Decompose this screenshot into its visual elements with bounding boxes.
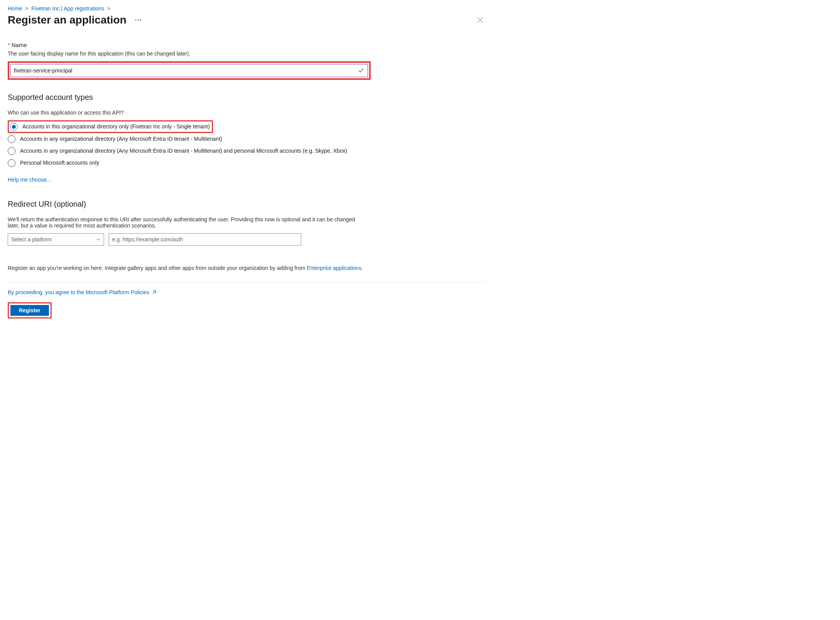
breadcrumb-home[interactable]: Home bbox=[8, 5, 22, 12]
register-button-highlight: Register bbox=[8, 302, 52, 318]
page-title: Register an application ··· bbox=[8, 14, 144, 26]
chevron-down-icon bbox=[96, 237, 101, 242]
info-text: Register an app you're working on here. … bbox=[8, 265, 307, 271]
radio-icon[interactable] bbox=[8, 159, 15, 167]
radio-label: Accounts in any organizational directory… bbox=[20, 147, 347, 155]
radio-multitenant-personal[interactable]: Accounts in any organizational directory… bbox=[8, 145, 486, 157]
platform-select-value: Select a platform bbox=[11, 236, 52, 243]
external-link-icon bbox=[151, 290, 157, 295]
info-text-after: . bbox=[361, 265, 363, 271]
radio-label: Personal Microsoft accounts only bbox=[20, 159, 99, 167]
chevron-right-icon: > bbox=[25, 5, 28, 12]
enterprise-apps-info: Register an app you're working on here. … bbox=[8, 265, 486, 271]
divider bbox=[8, 282, 486, 282]
breadcrumb-app-registrations[interactable]: Fivetran Inc | App registrations bbox=[32, 5, 104, 12]
radio-single-tenant[interactable]: Accounts in this organizational director… bbox=[8, 120, 213, 133]
account-types-subtext: Who can use this application or access t… bbox=[8, 110, 486, 116]
radio-multitenant[interactable]: Accounts in any organizational directory… bbox=[8, 133, 486, 145]
account-types-heading: Supported account types bbox=[8, 93, 486, 102]
name-input[interactable] bbox=[10, 64, 368, 77]
breadcrumb: Home > Fivetran Inc | App registrations … bbox=[8, 5, 486, 12]
redirect-subtext: We'll return the authentication response… bbox=[8, 216, 366, 229]
redirect-heading: Redirect URI (optional) bbox=[8, 200, 486, 209]
policies-link-text: By proceeding, you agree to the Microsof… bbox=[8, 289, 149, 295]
chevron-right-icon: > bbox=[107, 5, 110, 12]
name-label: Name bbox=[12, 42, 27, 48]
redirect-uri-input[interactable] bbox=[109, 233, 301, 246]
radio-label: Accounts in any organizational directory… bbox=[20, 135, 222, 143]
name-subtext: The user-facing display name for this ap… bbox=[8, 51, 486, 57]
close-icon[interactable] bbox=[475, 15, 486, 25]
name-input-highlight bbox=[8, 61, 371, 80]
platform-select[interactable]: Select a platform bbox=[8, 233, 104, 246]
check-icon bbox=[358, 67, 364, 74]
required-asterisk: * bbox=[8, 42, 10, 48]
enterprise-applications-link[interactable]: Enterprise applications bbox=[307, 265, 361, 271]
account-types-radio-group: Accounts in this organizational director… bbox=[8, 120, 486, 169]
radio-personal-only[interactable]: Personal Microsoft accounts only bbox=[8, 157, 486, 169]
platform-policies-link[interactable]: By proceeding, you agree to the Microsof… bbox=[8, 289, 157, 295]
help-me-choose-link[interactable]: Help me choose... bbox=[8, 177, 51, 183]
radio-icon-selected[interactable] bbox=[10, 123, 18, 131]
page-title-text: Register an application bbox=[8, 14, 126, 26]
radio-icon[interactable] bbox=[8, 147, 15, 155]
radio-label: Accounts in this organizational director… bbox=[22, 123, 210, 131]
more-actions-button[interactable]: ··· bbox=[133, 16, 144, 24]
register-button[interactable]: Register bbox=[10, 305, 49, 316]
radio-icon[interactable] bbox=[8, 135, 15, 143]
